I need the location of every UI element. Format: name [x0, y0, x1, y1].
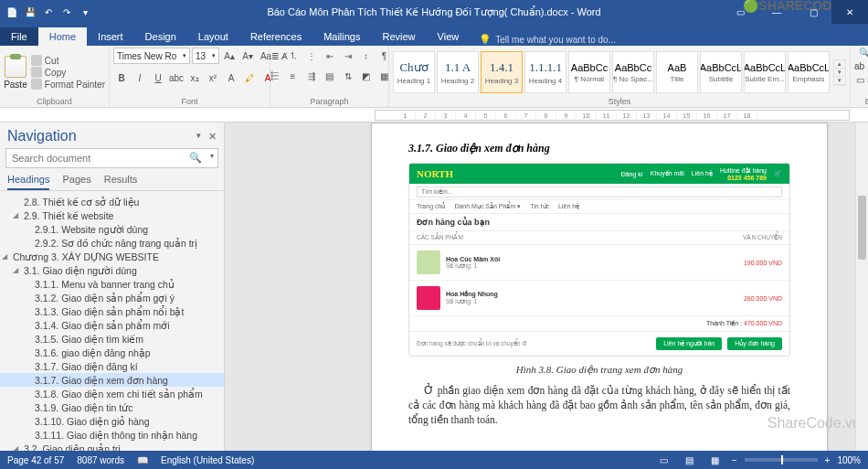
bullets-button[interactable]: ≣ — [267, 48, 283, 64]
nav-heading-item[interactable]: 3.1.7. Giao diện xem đơn hàng — [0, 373, 224, 387]
justify-button[interactable]: ▤ — [322, 68, 338, 84]
style-heading-1[interactable]: ChươHeading 1 — [393, 51, 435, 93]
document-page[interactable]: 3.1.7. Giao diện xem đơn hàng NORTH Đăng… — [371, 123, 828, 456]
increase-indent-button[interactable]: ⇥ — [340, 48, 356, 64]
search-icon[interactable]: 🔍 — [189, 152, 202, 164]
superscript-button[interactable]: x² — [205, 69, 221, 86]
nav-search-input[interactable] — [5, 148, 218, 168]
zoom-level[interactable]: 100% — [837, 455, 861, 465]
highlight-button[interactable]: 🖍 — [241, 69, 258, 86]
style--no-spac-[interactable]: AaBbCc¶ No Spac... — [612, 51, 654, 93]
shading-button[interactable]: ◩ — [358, 68, 375, 84]
web-layout-button[interactable]: ▦ — [706, 453, 725, 467]
nav-menu-icon[interactable]: ▾ — [196, 131, 201, 143]
minimize-button[interactable]: — — [758, 0, 795, 24]
redo-icon[interactable]: ↷ — [60, 5, 73, 18]
align-center-button[interactable]: ≡ — [285, 68, 302, 84]
italic-button[interactable]: I — [132, 69, 148, 86]
nav-heading-item[interactable]: 3.1.8. Giao diện xem chi tiết sản phẩm — [0, 387, 224, 400]
nav-heading-item[interactable]: 3.1.10. Giao diện giỏ hàng — [0, 414, 224, 428]
align-right-button[interactable]: ⇶ — [303, 68, 320, 84]
styles-gallery[interactable]: ChươHeading 11.1 AHeading 21.4.1Heading … — [393, 51, 830, 93]
nav-tab-results[interactable]: Results — [104, 174, 138, 190]
tab-review[interactable]: Review — [372, 27, 427, 46]
nav-tab-headings[interactable]: Headings — [7, 174, 49, 190]
underline-button[interactable]: U — [150, 69, 166, 86]
copy-button[interactable]: Copy — [31, 67, 105, 78]
tab-home[interactable]: Home — [38, 27, 87, 46]
text-effects-button[interactable]: A — [223, 69, 239, 86]
line-spacing-button[interactable]: ⇅ — [340, 68, 356, 84]
status-page[interactable]: Page 42 of 57 — [7, 455, 64, 465]
read-mode-button[interactable]: ▭ — [655, 453, 673, 467]
close-button[interactable]: ✕ — [831, 0, 868, 24]
nav-tab-pages[interactable]: Pages — [62, 174, 90, 190]
tab-layout[interactable]: Layout — [187, 27, 239, 46]
nav-heading-item[interactable]: ◢3.1. Giao diện người dùng — [0, 263, 224, 277]
status-words[interactable]: 8087 words — [77, 455, 124, 465]
nav-heading-item[interactable]: 2.9.2. Sơ đồ chức năng trang quản trị — [0, 236, 224, 250]
style-subtle-em-[interactable]: AaBbCcLSubtle Em... — [744, 51, 786, 93]
horizontal-ruler[interactable]: 123456789101112131415161718 — [375, 110, 850, 121]
vertical-scrollbar[interactable] — [855, 123, 868, 456]
sort-button[interactable]: ↕ — [358, 48, 375, 64]
nav-heading-item[interactable]: 3.1.7. Giao diện đăng kí — [0, 359, 224, 373]
nav-heading-item[interactable]: 3.1.1. Menu và banner trang chủ — [0, 277, 224, 291]
save-icon[interactable]: 💾 — [24, 5, 37, 18]
nav-heading-item[interactable]: 3.1.11. Giao diện thông tin nhận hàng — [0, 428, 224, 442]
numbering-button[interactable]: ⒈ — [285, 48, 302, 64]
maximize-button[interactable]: ▢ — [795, 0, 831, 24]
decrease-indent-button[interactable]: ⇤ — [322, 48, 338, 64]
subscript-button[interactable]: x₂ — [186, 69, 203, 86]
ribbon-display-options[interactable]: ▭ — [722, 0, 758, 24]
cut-button[interactable]: Cut — [31, 55, 105, 66]
style-heading-2[interactable]: 1.1 AHeading 2 — [437, 51, 479, 93]
nav-tree[interactable]: 2.8. Thiết kế cơ sở dữ liệu◢2.9. Thiết k… — [0, 191, 224, 456]
tab-view[interactable]: View — [427, 27, 471, 46]
zoom-slider[interactable] — [745, 458, 818, 462]
status-spellcheck-icon[interactable]: 📖 — [137, 455, 148, 465]
style-subtitle[interactable]: AaBbCcLSubtitle — [700, 51, 742, 93]
grow-font-button[interactable]: A▴ — [221, 48, 238, 64]
find-button[interactable]: 🔍Find▾ — [859, 48, 868, 58]
tab-insert[interactable]: Insert — [87, 27, 134, 46]
multilevel-list-button[interactable]: ⋮ — [303, 48, 320, 64]
style-heading-4[interactable]: 1.1.1.1Heading 4 — [524, 51, 566, 93]
nav-heading-item[interactable]: ◢2.9. Thiết kế website — [0, 208, 224, 222]
paste-button[interactable]: Paste — [4, 56, 27, 90]
document-area[interactable]: 3.1.7. Giao diện xem đơn hàng NORTH Đăng… — [225, 123, 868, 456]
print-layout-button[interactable]: ▤ — [681, 453, 699, 467]
zoom-in-button[interactable]: + — [825, 455, 831, 465]
tab-references[interactable]: References — [239, 27, 312, 46]
nav-close-button[interactable]: ✕ — [208, 131, 217, 143]
format-painter-button[interactable]: Format Painter — [31, 79, 105, 90]
status-language[interactable]: English (United States) — [161, 455, 254, 465]
strikethrough-button[interactable]: abc — [168, 69, 185, 86]
tab-file[interactable]: File — [0, 27, 38, 46]
style--normal[interactable]: AaBbCc¶ Normal — [568, 51, 610, 93]
nav-heading-item[interactable]: 2.8. Thiết kế cơ sở dữ liệu — [0, 195, 224, 208]
styles-scroll[interactable]: ▴▾▾ — [833, 59, 846, 86]
qat-customize-icon[interactable]: ▾ — [79, 5, 91, 18]
font-name-combo[interactable]: Times New Ro▾ — [113, 48, 190, 64]
nav-heading-item[interactable]: ◢Chương 3. XÂY DỰNG WEBSITE — [0, 250, 224, 263]
shrink-font-button[interactable]: A▾ — [239, 48, 256, 64]
font-size-combo[interactable]: 13▾ — [192, 48, 219, 64]
select-button[interactable]: ▭Select▾ — [856, 75, 868, 85]
nav-heading-item[interactable]: 2.9.1. Website người dùng — [0, 222, 224, 236]
style-emphasis[interactable]: AaBbCcLEmphasis — [788, 51, 830, 93]
nav-heading-item[interactable]: 3.1.4. Giao diện sản phẩm mới — [0, 318, 224, 332]
replace-button[interactable]: abReplace — [854, 61, 868, 71]
nav-heading-item[interactable]: 3.1.6. giao diện đăng nhập — [0, 346, 224, 359]
style-title[interactable]: AaBTitle — [656, 51, 698, 93]
align-left-button[interactable]: ⬱ — [267, 68, 283, 84]
tell-me[interactable]: 💡Tell me what you want to do... — [479, 34, 616, 46]
tab-design[interactable]: Design — [134, 27, 187, 46]
nav-heading-item[interactable]: 3.1.3. Giao diện sản phẩm nổi bật — [0, 304, 224, 318]
nav-heading-item[interactable]: 3.1.5. Giao diện tìm kiếm — [0, 332, 224, 346]
search-options-icon[interactable]: ▾ — [210, 152, 214, 160]
undo-icon[interactable]: ↶ — [42, 5, 55, 18]
bold-button[interactable]: B — [113, 69, 130, 86]
zoom-out-button[interactable]: − — [732, 455, 737, 465]
tab-mailings[interactable]: Mailings — [312, 27, 371, 46]
